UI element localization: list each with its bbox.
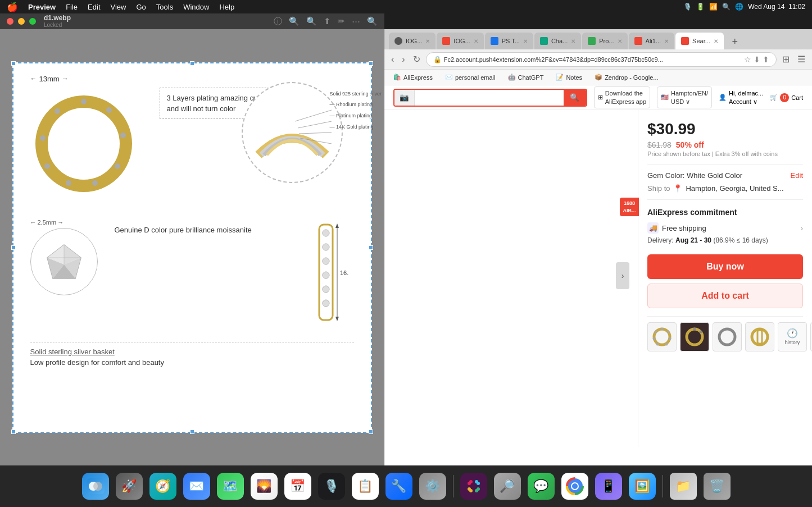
dock-item-viber[interactable]: 📱 [593,471,624,502]
ext-aliexpress[interactable]: 🛍️ AliExpress [389,71,437,84]
dock-item-spotlight[interactable]: 🔎 [492,471,523,502]
tab-0[interactable]: IOG... ✕ [389,33,436,49]
account-button[interactable]: 👤 Hi, delmac...Account ∨ [719,89,763,106]
svg-point-28 [323,300,329,307]
tab-4[interactable]: Pro... ✕ [582,33,627,49]
share-icon[interactable]: ⬆ [763,55,769,64]
download-icon[interactable]: ⬇ [754,55,760,64]
dock-item-photos[interactable]: 🌄 [248,471,280,502]
dock-item-folder[interactable]: 📁 [668,471,699,502]
buy-now-button[interactable]: Buy now [647,254,803,279]
ext-personal-email[interactable]: ✉️ personal email [441,71,500,84]
tab-1[interactable]: IOG... ✕ [437,33,483,49]
main-content: 📷 🔍 ⊞ Download theAliExpress app 🇺🇸 Hamp… [384,85,812,465]
preview-more-icon[interactable]: ⋯ [352,16,360,27]
tab-close-3[interactable]: ✕ [571,38,575,44]
cart-count: 0 [783,94,786,101]
region-selector[interactable]: 🇺🇸 Hampton/EN/USD ∨ [657,86,712,108]
ext-chatgpt-icon: 🤖 [508,74,516,81]
url-field[interactable]: 🔒 Fc2.account.push4extension.com%2F&cv=4… [426,52,777,67]
preview-zoom-in-icon[interactable]: 🔍 [306,16,317,27]
tab-close-2[interactable]: ✕ [523,38,528,44]
sidebar-button[interactable]: ☰ [795,53,808,66]
dock-item-messages[interactable]: 💬 [525,471,557,502]
dock-item-mail[interactable]: ✉️ [181,471,212,502]
tab-close-0[interactable]: ✕ [425,38,430,44]
scroll-right-arrow[interactable]: › [616,262,629,289]
new-tab-button[interactable]: + [727,34,743,49]
dock-item-trash[interactable]: 🗑️ [701,471,733,502]
menu-file[interactable]: File [61,0,82,13]
menu-tools[interactable]: Tools [152,0,178,13]
dock-item-maps[interactable]: 🗺️ [215,471,246,502]
thumbnail-4[interactable] [745,322,774,351]
reload-button[interactable]: ↻ [411,53,423,66]
preview-edit-icon[interactable]: ✏ [338,16,345,27]
bookmark-icon[interactable]: ☆ [744,55,751,64]
forward-button[interactable]: › [400,53,407,66]
edit-link[interactable]: Edit [791,171,803,180]
maximize-button[interactable] [29,18,36,25]
measure-2-5mm: 2.5mm [38,219,57,226]
thumbnail-history[interactable]: 🕐 history [778,322,807,351]
back-button[interactable]: ‹ [389,53,396,66]
dock-item-slack[interactable] [458,471,489,502]
preview-share-icon[interactable]: ⬆ [324,16,331,27]
ship-location[interactable]: Hampton, Georgia, United S... [686,184,783,193]
dock-item-system-prefs[interactable]: ⚙️ [417,471,448,502]
search-submit-button[interactable]: 🔍 [564,90,586,106]
search-input[interactable] [415,94,564,102]
svg-point-6 [66,180,71,186]
vertical-earring: 16.5mm [303,219,348,331]
tab-3[interactable]: Cha... ✕ [534,33,581,49]
menu-help[interactable]: Help [215,0,239,13]
control-center-icon[interactable]: 🌐 [735,3,743,11]
close-button[interactable] [7,18,13,25]
tab-6[interactable]: Sear... ✕ [675,33,724,49]
dock-item-preview[interactable]: 🖼️ [627,471,658,502]
dock-item-calendar[interactable]: 📅 [282,471,314,502]
dock-item-finder[interactable] [80,471,111,502]
red-badge-1688[interactable]: 1688 AIB... [620,198,639,216]
ext-notes[interactable]: 📝 Notes [551,71,587,84]
menu-app-name[interactable]: Preview [24,0,60,13]
dock-item-launchpad[interactable]: 🚀 [114,471,145,502]
menu-edit[interactable]: Edit [83,0,105,13]
thumbnail-2[interactable] [680,322,709,351]
dock-item-reminders[interactable]: 📋 [350,471,381,502]
svg-point-0 [42,102,126,186]
dock-item-safari[interactable]: 🧭 [147,471,179,502]
preview-search-icon[interactable]: 🔍 [367,16,378,27]
tab-close-6[interactable]: ✕ [714,38,718,44]
minimize-button[interactable] [18,18,25,25]
preview-zoom-out-icon[interactable]: 🔍 [289,16,300,27]
tab-close-5[interactable]: ✕ [664,38,669,44]
svg-point-27 [323,286,329,293]
apple-menu[interactable]: 🍎 [7,2,18,12]
tab-close-4[interactable]: ✕ [618,38,622,44]
cart-button[interactable]: 🛒 0 Cart [770,93,803,102]
dock-item-chrome[interactable] [559,471,591,502]
dock-item-voice-memos[interactable]: 🎙️ [316,471,347,502]
extensions-button[interactable]: ⊞ [780,53,792,66]
thumbnail-3[interactable] [713,322,742,351]
menu-go[interactable]: Go [131,0,150,13]
tab-close-1[interactable]: ✕ [474,38,478,44]
download-app-button[interactable]: ⊞ Download theAliExpress app [594,86,650,108]
ali-search[interactable]: 📷 🔍 [393,89,587,107]
menu-view[interactable]: View [106,0,131,13]
add-to-cart-button[interactable]: Add to cart [647,284,803,308]
menu-window[interactable]: Window [179,0,214,13]
tab-2[interactable]: PS T... ✕ [485,33,533,49]
thumbnail-1[interactable] [647,322,677,351]
ext-chatgpt[interactable]: 🤖 ChatGPT [503,71,548,84]
search-icon[interactable]: 🔍 [722,3,731,11]
tabbar: IOG... ✕ IOG... ✕ PS T... ✕ Cha... ✕ Pro… [384,29,812,49]
ext-zendrop[interactable]: 📦 Zendrop - Google... [590,71,663,84]
dock-item-appstore[interactable]: 🔧 [383,471,415,502]
shipping-chevron-icon[interactable]: › [801,224,803,232]
preview-info-icon[interactable]: ⓘ [274,16,282,27]
tab-5[interactable]: Ali1... ✕ [629,33,675,49]
camera-search-button[interactable]: 📷 [394,90,415,106]
svg-point-7 [44,163,50,169]
